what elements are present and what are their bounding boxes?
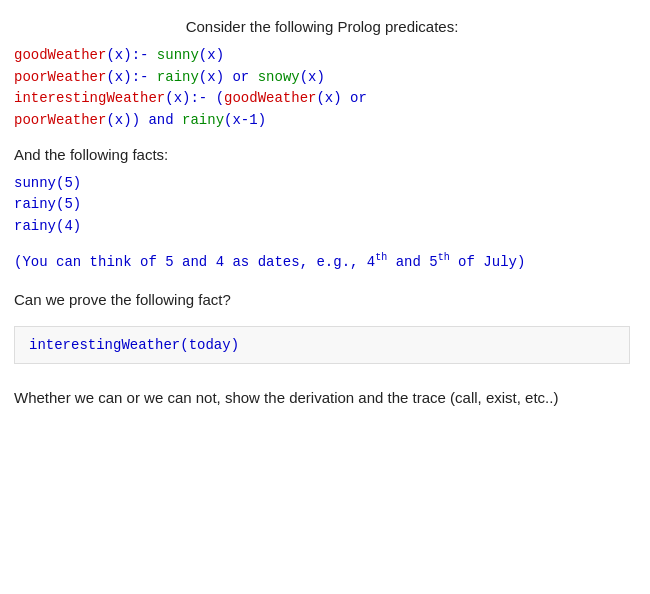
pred3-name: interestingWeather: [14, 90, 165, 106]
predicate-line-1: goodWeather(x):- sunny(x): [14, 45, 630, 67]
pred4-and: (x)) and: [106, 112, 182, 128]
query-block: interestingWeather(today): [14, 326, 630, 364]
pred2-or: (x) or: [199, 69, 258, 85]
predicate-line-2: poorWeather(x):- rainy(x) or snowy(x): [14, 67, 630, 89]
footer-text: Whether we can or we can not, show the d…: [14, 386, 630, 410]
hint-sup1: th: [375, 252, 387, 263]
pred3-body1: (x):- (: [165, 90, 224, 106]
predicates-block: goodWeather(x):- sunny(x) poorWeather(x)…: [14, 45, 630, 132]
pred2-rainy: rainy: [157, 69, 199, 85]
hint-line: (You can think of 5 and 4 as dates, e.g.…: [14, 250, 630, 273]
intro-text: Consider the following Prolog predicates…: [14, 18, 630, 35]
query-text: interestingWeather(today): [29, 337, 239, 353]
pred3-good: goodWeather: [224, 90, 316, 106]
pred2-body1: (x):-: [106, 69, 156, 85]
facts-heading: And the following facts:: [14, 146, 630, 163]
pred3-or: (x) or: [316, 90, 366, 106]
fact-sunny: sunny(5): [14, 173, 630, 195]
pred2-name: poorWeather: [14, 69, 106, 85]
fact-rainy5: rainy(5): [14, 194, 630, 216]
facts-block: sunny(5) rainy(5) rainy(4): [14, 173, 630, 238]
predicate-line-4: poorWeather(x)) and rainy(x-1): [14, 110, 630, 132]
pred2-arg2: (x): [300, 69, 325, 85]
pred4-rainy: rainy: [182, 112, 224, 128]
pred1-sunny: sunny: [157, 47, 199, 63]
fact-rainy4: rainy(4): [14, 216, 630, 238]
hint-prefix: (You can think of 5 and 4 as dates, e.g.…: [14, 253, 375, 269]
predicate-line-3: interestingWeather(x):- (goodWeather(x) …: [14, 88, 630, 110]
hint-sup2: th: [438, 252, 450, 263]
pred2-snowy: snowy: [258, 69, 300, 85]
hint-middle: and 5: [387, 253, 437, 269]
hint-suffix: of July): [450, 253, 526, 269]
pred4-poor: poorWeather: [14, 112, 106, 128]
pred1-name: goodWeather: [14, 47, 106, 63]
pred1-body: (x):-: [106, 47, 156, 63]
pred4-arg: (x-1): [224, 112, 266, 128]
pred1-arg: (x): [199, 47, 224, 63]
question-text: Can we prove the following fact?: [14, 291, 630, 308]
